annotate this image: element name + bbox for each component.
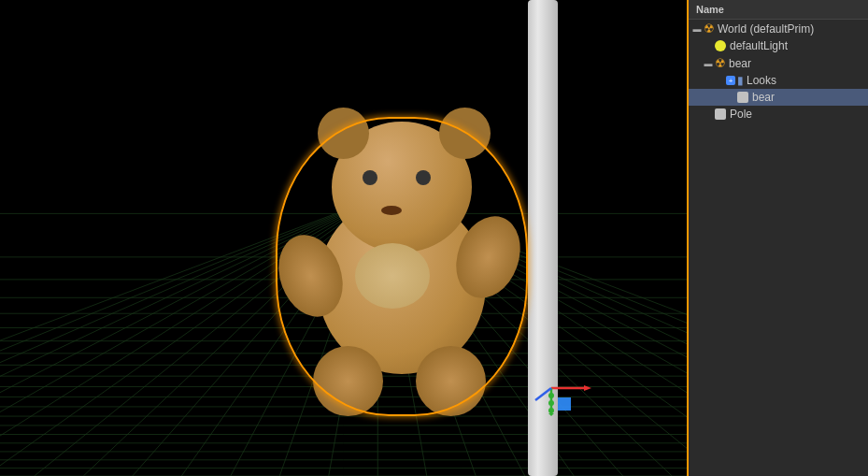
bear-xform-label: bear [729,57,751,70]
tree-item-defaultlight[interactable]: defaultLight [689,37,868,54]
collapse-bear[interactable]: ▬ [704,59,713,68]
defaultlight-label: defaultLight [730,39,788,52]
bear-mesh [280,122,523,411]
cube-icon [715,108,726,120]
svg-rect-5 [558,397,571,411]
svg-point-6 [548,393,554,398]
looks-label: Looks [747,74,776,87]
bear-mesh-label: bear [752,91,775,104]
svg-point-7 [548,400,554,406]
svg-marker-1 [584,385,591,391]
tree-item-world[interactable]: ▬ ☢ World (defaultPrim) [689,20,868,37]
mesh-icon [737,92,748,103]
collapse-world[interactable]: ▬ [692,24,702,34]
light-icon [715,40,726,51]
tree-item-bear-xform[interactable]: ▬ ☢ bear [689,54,868,72]
xform-icon: ☢ [715,56,726,70]
tree-item-looks[interactable]: + ▮ Looks [689,72,868,89]
transform-gizmo[interactable] [519,365,593,416]
tree-item-pole[interactable]: Pole [689,106,868,123]
scene-tree-panel: Name ▬ ☢ World (defaultPrim) defaultLigh… [689,0,868,476]
world-icon: ☢ [704,22,715,36]
pole-label: Pole [730,108,752,121]
scene-tree: ▬ ☢ World (defaultPrim) defaultLight ▬ ☢… [689,20,868,123]
tree-item-bear-mesh[interactable]: bear [689,89,868,106]
world-label: World (defaultPrim) [718,22,814,36]
svg-point-8 [548,408,554,413]
sidebar-header: Name [689,0,868,20]
svg-marker-3 [548,413,554,416]
folder-icon: ▮ [737,74,744,87]
viewport-3d[interactable] [0,0,689,476]
expand-looks-badge[interactable]: + [726,76,735,85]
